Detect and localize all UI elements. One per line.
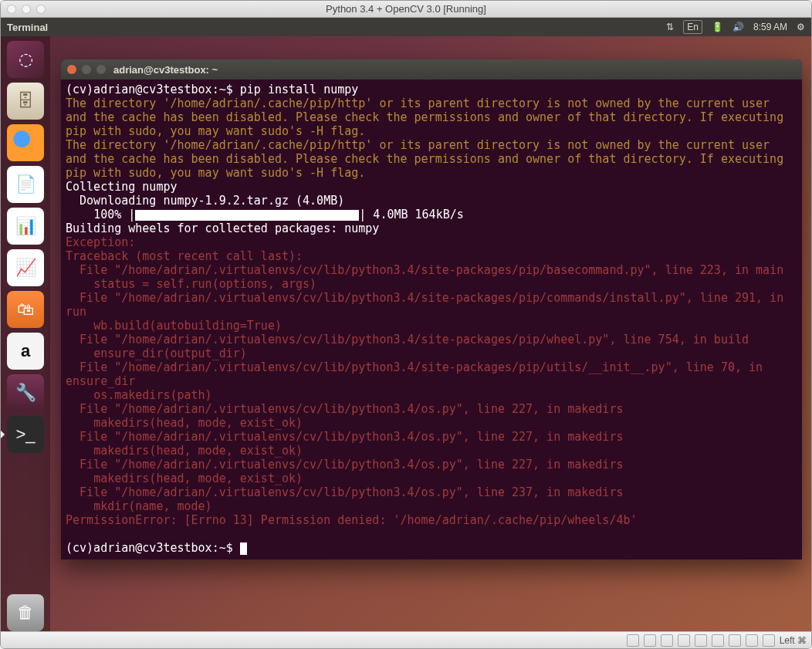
vm-status-icon[interactable]	[729, 634, 741, 647]
dash-icon[interactable]: ◌	[7, 41, 44, 78]
permission-error: PermissionError: [Errno 13] Permission d…	[66, 513, 638, 527]
active-app-name: Terminal	[7, 22, 48, 33]
files-icon[interactable]: 🗄	[7, 83, 44, 120]
terminal-close-icon[interactable]	[67, 65, 76, 74]
exception-header: Exception:	[66, 235, 135, 249]
vm-status-icon[interactable]	[627, 634, 639, 647]
terminal-minimize-icon[interactable]	[82, 65, 91, 74]
prompt-line: (cv)adrian@cv3testbox:~$ pip install num…	[66, 83, 358, 96]
terminal-titlebar[interactable]: adrian@cv3testbox: ~	[61, 59, 802, 79]
traceback-line: File "/home/adrian/.virtualenvs/cv/lib/p…	[66, 333, 749, 346]
traceback-line: status = self.run(options, args)	[66, 277, 316, 291]
terminal-title: adrian@cv3testbox: ~	[113, 64, 218, 76]
traceback-line: File "/home/adrian/.virtualenvs/cv/lib/p…	[66, 291, 790, 319]
pip-building: Building wheels for collected packages: …	[66, 221, 379, 235]
volume-icon[interactable]: 🔊	[732, 22, 744, 32]
impress-icon[interactable]: 📈	[7, 249, 44, 286]
vm-host-window: Python 3.4 + OpenCV 3.0 [Running] Termin…	[0, 0, 812, 649]
host-statusbar[interactable]: Left ⌘	[1, 631, 811, 648]
progress-bar	[135, 210, 359, 221]
host-titlebar[interactable]: Python 3.4 + OpenCV 3.0 [Running]	[1, 1, 811, 18]
prompt-line: (cv)adrian@cv3testbox:~$	[66, 541, 247, 555]
terminal-maximize-icon[interactable]	[96, 65, 106, 74]
vm-status-icon[interactable]	[644, 634, 656, 647]
vm-status-icon[interactable]	[678, 634, 690, 647]
traceback-line: ensure_dir(output_dir)	[66, 346, 247, 360]
guest-desktop: Terminal ⇅ En 🔋 🔊 8:59 AM ⚙ ◌ 🗄 📄 📊 📈 🛍 …	[1, 18, 811, 631]
pip-collecting: Collecting numpy	[66, 180, 178, 194]
traceback-line: File "/home/adrian/.virtualenvs/cv/lib/p…	[66, 402, 623, 416]
trash-icon[interactable]: 🗑	[7, 594, 44, 631]
vm-status-icon[interactable]	[661, 634, 673, 647]
pip-progress: 100% || 4.0MB 164kB/s	[66, 208, 464, 221]
traceback-line: File "/home/adrian/.virtualenvs/cv/lib/p…	[66, 263, 783, 277]
writer-icon[interactable]: 📄	[7, 166, 44, 203]
host-window-title: Python 3.4 + OpenCV 3.0 [Running]	[1, 3, 811, 15]
settings-icon[interactable]: 🔧	[7, 374, 44, 411]
network-icon[interactable]: ⇅	[666, 22, 674, 32]
calc-icon[interactable]: 📊	[7, 208, 44, 245]
traceback-line: os.makedirs(path)	[66, 388, 212, 402]
unity-launcher[interactable]: ◌ 🗄 📄 📊 📈 🛍 a 🔧 >_ 🗑	[1, 36, 50, 631]
pip-cache-warning: The directory '/home/adrian/.cache/pip/h…	[66, 96, 790, 138]
traceback-header: Traceback (most recent call last):	[66, 249, 303, 263]
traceback-line: File "/home/adrian/.virtualenvs/cv/lib/p…	[66, 430, 623, 444]
traceback-line: wb.build(autobuilding=True)	[66, 319, 282, 333]
clock[interactable]: 8:59 AM	[753, 22, 787, 32]
vm-status-icon[interactable]	[763, 634, 775, 647]
traceback-line: File "/home/adrian/.virtualenvs/cv/lib/p…	[66, 485, 623, 499]
session-gear-icon[interactable]: ⚙	[797, 22, 805, 32]
vm-status-icon[interactable]	[695, 634, 707, 647]
traceback-line: File "/home/adrian/.virtualenvs/cv/lib/p…	[66, 458, 623, 472]
cursor	[240, 543, 247, 555]
vm-status-icon[interactable]	[746, 634, 758, 647]
traceback-line: makedirs(head, mode, exist_ok)	[66, 416, 303, 430]
amazon-icon[interactable]: a	[7, 333, 44, 370]
ubuntu-menubar[interactable]: Terminal ⇅ En 🔋 🔊 8:59 AM ⚙	[1, 18, 811, 36]
traceback-line: makedirs(head, mode, exist_ok)	[66, 472, 303, 485]
software-center-icon[interactable]: 🛍	[7, 291, 44, 328]
vm-status-icon[interactable]	[712, 634, 724, 647]
traceback-line: makedirs(head, mode, exist_ok)	[66, 444, 303, 458]
keyboard-lang-indicator[interactable]: En	[683, 20, 702, 34]
traceback-line: mkdir(name, mode)	[66, 499, 212, 513]
host-key-indicator[interactable]: Left ⌘	[780, 635, 807, 646]
traceback-line: File "/home/adrian/.virtualenvs/cv/lib/p…	[66, 360, 770, 388]
pip-downloading: Downloading numpy-1.9.2.tar.gz (4.0MB)	[66, 194, 344, 208]
terminal-window[interactable]: adrian@cv3testbox: ~ (cv)adrian@cv3testb…	[61, 59, 802, 559]
pip-cache-warning: The directory '/home/adrian/.cache/pip/h…	[66, 138, 790, 180]
firefox-icon[interactable]	[7, 124, 44, 161]
terminal-body[interactable]: (cv)adrian@cv3testbox:~$ pip install num…	[61, 79, 802, 559]
battery-icon[interactable]: 🔋	[712, 22, 723, 32]
terminal-icon[interactable]: >_	[7, 416, 44, 453]
